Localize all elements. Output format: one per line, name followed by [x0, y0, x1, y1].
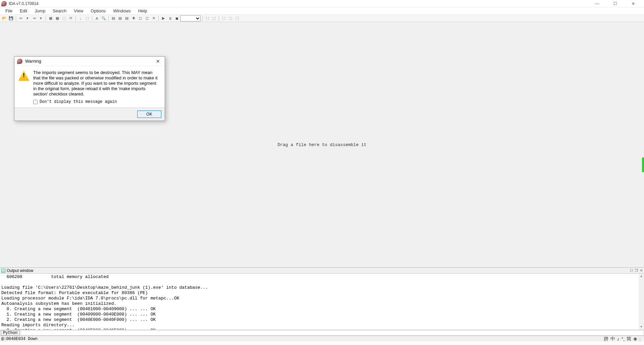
output-line: 1. Creating a new segment (00409000-0040… — [1, 312, 156, 317]
separator — [75, 16, 76, 21]
scroll-up-icon[interactable]: ▲ — [639, 274, 644, 279]
titlebar: IDA v7.0.170914 — ☐ ✕ — [0, 0, 644, 7]
dialog-body: The imports segment seems to be destroye… — [14, 66, 165, 99]
output-panel: Output window ☐ ❐ ✕ 606208 total memory … — [0, 267, 644, 330]
tool-icon[interactable]: ⬚ — [84, 15, 90, 21]
play-icon[interactable]: ▶ — [160, 15, 166, 21]
search-icon[interactable]: 🔍 — [101, 15, 107, 21]
panel-close-icon[interactable]: ✕ — [640, 269, 643, 272]
back-icon[interactable]: ⇐ — [18, 15, 24, 21]
app-title: IDA v7.0.170914 — [9, 1, 39, 6]
output-icon — [1, 269, 5, 273]
output-line: Loading file 'C:\Users\22761\Desktop\maz… — [1, 285, 208, 290]
cancel-icon[interactable]: ✕ — [151, 15, 157, 21]
ime-item[interactable]: 简 — [627, 336, 631, 342]
maximize-button[interactable]: ☐ — [609, 1, 621, 6]
minimize-button[interactable]: — — [591, 1, 603, 6]
ime-item[interactable]: ♪ — [617, 336, 620, 342]
window-controls: — ☐ ✕ — [591, 1, 643, 6]
stop-icon[interactable]: ⏹ — [174, 15, 180, 21]
status-text: @:0040E034 Down — [1, 337, 38, 341]
panel-maximize-icon[interactable]: ☐ — [630, 269, 633, 272]
down-icon[interactable]: ↓ — [77, 15, 84, 21]
tool-icon[interactable]: ◻ — [144, 15, 150, 21]
dialog-app-icon — [17, 59, 22, 64]
app-icon — [1, 1, 7, 6]
ime-bar: 拼 中 ♪ °, 简 ❀ : — [604, 336, 641, 342]
output-body[interactable]: 606208 total memory allocated Loading fi… — [0, 274, 644, 330]
checkbox-label: Don't display this message again — [40, 99, 117, 104]
tool-icon[interactable]: ⬚ — [204, 15, 210, 21]
dropdown-icon[interactable]: ▾ — [24, 15, 31, 21]
tool-icon[interactable]: ⬚ — [211, 15, 217, 21]
text-icon[interactable]: A — [94, 15, 100, 21]
warning-dialog: Warning ✕ The imports segment seems to b… — [14, 56, 165, 121]
chart-icon[interactable]: ▤ — [117, 15, 123, 21]
pause-icon[interactable]: ⏸ — [167, 15, 173, 21]
dropdown-icon[interactable]: ▾ — [38, 15, 44, 21]
toolbar: 📂 💾 ⇐ ▾ ⇒ ▾ ▦ ▦ ⬚ ⟳ ↓ ⬚ A 🔍 ▤ ▤ ▤ ✚ ◻ ◻ … — [0, 15, 644, 22]
tool-icon[interactable]: ⬚ — [234, 15, 240, 21]
menu-search[interactable]: Search — [49, 8, 70, 14]
tool-icon[interactable]: ⬚ — [221, 15, 227, 21]
menu-jump[interactable]: Jump — [31, 8, 49, 14]
dialog-title: Warning — [25, 59, 41, 64]
plus-icon[interactable]: ✚ — [130, 15, 137, 21]
ime-item[interactable]: °, — [622, 336, 625, 342]
python-input[interactable] — [20, 330, 644, 336]
save-icon[interactable]: 💾 — [8, 15, 14, 21]
dialog-message: The imports segment seems to be destroye… — [33, 70, 161, 97]
close-button[interactable]: ✕ — [627, 1, 639, 6]
warning-icon — [18, 70, 29, 81]
separator — [46, 16, 46, 21]
ok-button[interactable]: OK — [137, 111, 161, 118]
tool-icon[interactable]: ⬚ — [61, 15, 67, 21]
dialog-checkbox-row: Don't display this message again — [14, 99, 165, 108]
output-line: Loading processor module F:\ida\IDA 7.0\… — [1, 296, 179, 301]
ime-item[interactable]: : — [639, 336, 641, 342]
tool-icon[interactable]: ▦ — [54, 15, 60, 21]
panel-restore-icon[interactable]: ❐ — [635, 269, 638, 272]
output-title: Output window — [7, 268, 33, 273]
separator — [92, 16, 92, 21]
side-marker — [642, 157, 644, 172]
dialog-titlebar[interactable]: Warning ✕ — [14, 57, 165, 66]
chart-icon[interactable]: ▤ — [110, 15, 116, 21]
chart-icon[interactable]: ▤ — [124, 15, 130, 21]
menu-options[interactable]: Options — [87, 8, 109, 14]
dialog-close-icon[interactable]: ✕ — [154, 59, 162, 64]
separator — [16, 16, 16, 21]
output-line: 2. Creating a new segment (0040E000-0040… — [1, 317, 156, 322]
ime-item[interactable]: 拼 — [604, 336, 608, 342]
dont-show-checkbox[interactable] — [33, 100, 38, 104]
menu-view[interactable]: View — [70, 8, 87, 14]
dialog-buttons: OK — [14, 108, 165, 121]
ime-item[interactable]: ❀ — [633, 336, 637, 342]
scroll-down-icon[interactable]: ▼ — [639, 324, 644, 330]
output-line: Detected file format: Portable executabl… — [1, 290, 148, 295]
separator — [108, 16, 109, 21]
separator — [202, 16, 203, 21]
separator — [158, 16, 159, 21]
menu-file[interactable]: File — [2, 8, 16, 14]
refresh-icon[interactable]: ⟳ — [68, 15, 74, 21]
output-header[interactable]: Output window ☐ ❐ ✕ — [0, 268, 644, 274]
panel-controls: ☐ ❐ ✕ — [630, 269, 643, 272]
forward-icon[interactable]: ⇒ — [31, 15, 37, 21]
python-label[interactable]: Python — [1, 330, 20, 336]
tool-icon[interactable]: ⬚ — [227, 15, 233, 21]
python-console: Python — [0, 330, 644, 336]
menu-edit[interactable]: Edit — [16, 8, 31, 14]
menu-help[interactable]: Help — [135, 8, 151, 14]
tool-icon[interactable]: ▦ — [48, 15, 54, 21]
debugger-select[interactable] — [180, 15, 201, 21]
ime-item[interactable]: 中 — [610, 336, 615, 342]
open-icon[interactable]: 📂 — [1, 15, 7, 21]
scrollbar[interactable]: ▲ ▼ — [639, 274, 644, 330]
statusbar: @:0040E034 Down — [0, 336, 644, 342]
menu-windows[interactable]: Windows — [110, 8, 134, 14]
drop-hint: Drag a file here to disassemble it — [277, 142, 366, 147]
output-line: 606208 total memory allocated — [1, 274, 109, 279]
tool-icon[interactable]: ◻ — [137, 15, 143, 21]
output-line: Autoanalysis subsystem has been initiali… — [1, 301, 116, 306]
